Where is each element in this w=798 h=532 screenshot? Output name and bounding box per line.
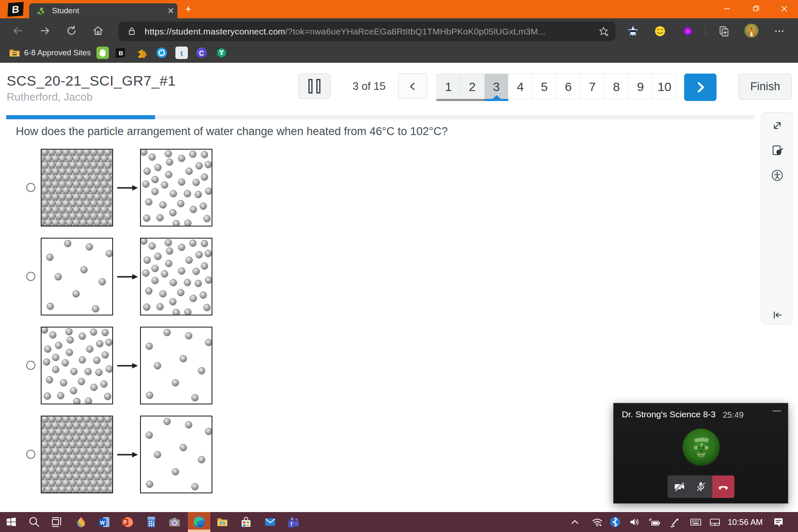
option-1-before-diagram[interactable]: [41, 149, 113, 227]
chevron-left-icon: [399, 74, 427, 99]
pagination-page-4[interactable]: 4: [508, 74, 532, 99]
new-tab-button[interactable]: +: [183, 4, 194, 15]
back-icon[interactable]: [11, 25, 24, 37]
option-1-arrow-icon: [115, 183, 139, 192]
pause-button[interactable]: [298, 74, 330, 99]
teams-call-window[interactable]: Dr. Strong's Science 8-3 25:49 —: [613, 403, 788, 503]
option-radio-4[interactable]: [26, 450, 35, 459]
pagination-page-5[interactable]: 5: [532, 74, 557, 99]
teams-av-controls: [667, 475, 712, 498]
taskbar-camera-icon[interactable]: [168, 515, 181, 529]
url-text[interactable]: https://student.masteryconnect.com/?tok=…: [145, 22, 545, 41]
taskbar-search-icon[interactable]: [27, 515, 41, 529]
accessibility-icon[interactable]: [771, 169, 783, 182]
taskbar-word-icon[interactable]: W: [98, 515, 111, 529]
browser-tab-student[interactable]: Student ✕: [29, 3, 177, 18]
bookmark-hand-icon[interactable]: [96, 47, 109, 59]
taskbar-teams-icon[interactable]: T: [286, 515, 300, 529]
svg-text:P: P: [123, 520, 127, 525]
taskbar-calculator-icon[interactable]: [145, 515, 158, 529]
option-3-before-diagram[interactable]: [41, 327, 113, 404]
tray-battery-icon[interactable]: [648, 516, 661, 528]
extension-smiley-icon[interactable]: [654, 25, 666, 37]
option-2-after-diagram[interactable]: [140, 238, 212, 315]
tray-keyboard-icon[interactable]: [690, 516, 702, 528]
quiz-page: SCS_20-21_SCI_GR7_#1 Rutherford, Jacob 3…: [0, 63, 798, 512]
pagination-page-6[interactable]: 6: [557, 74, 581, 99]
window-maximize-icon[interactable]: [750, 3, 762, 14]
taskbar-explorer-icon[interactable]: [216, 515, 229, 529]
bookmark-puzzle-icon[interactable]: [135, 47, 148, 59]
collapse-panel-icon[interactable]: [771, 309, 783, 321]
taskbar-paint3d-icon[interactable]: [74, 515, 88, 529]
pagination-page-8[interactable]: 8: [605, 74, 629, 99]
notification-center-icon[interactable]: [772, 516, 785, 528]
taskbar-store-icon[interactable]: [239, 515, 253, 529]
option-radio-2[interactable]: [26, 272, 35, 281]
taskbar-powerpoint-icon[interactable]: P: [121, 515, 134, 529]
progress-bar-fill: [6, 115, 155, 119]
settings-more-icon[interactable]: [773, 25, 786, 37]
forward-icon[interactable]: [39, 25, 52, 37]
teams-meeting-avatar: [682, 429, 720, 466]
bookmark-letter-c-icon[interactable]: C: [195, 47, 208, 59]
option-radio-1[interactable]: [26, 183, 35, 192]
bookmark-brainpop-icon[interactable]: B: [115, 47, 127, 59]
option-1-after-diagram[interactable]: [140, 149, 212, 227]
tray-touchpad-icon[interactable]: [709, 516, 721, 528]
tray-bluetooth-icon[interactable]: [609, 516, 621, 528]
tab-close-icon[interactable]: ✕: [166, 6, 175, 15]
bookmark-shield-icon[interactable]: [215, 47, 228, 59]
teams-minimize-icon[interactable]: —: [772, 406, 781, 415]
extension-star-badge-icon[interactable]: [627, 25, 639, 37]
extension-purple-diamond-icon[interactable]: [682, 25, 694, 37]
option-4-after-diagram[interactable]: [140, 416, 212, 493]
preview-magnifier-icon[interactable]: [771, 144, 783, 157]
option-4-before-diagram[interactable]: [41, 416, 113, 493]
pagination-page-7[interactable]: 7: [581, 74, 605, 99]
profile-avatar[interactable]: [744, 24, 759, 38]
svg-text:C: C: [199, 49, 204, 57]
taskbar-start-icon[interactable]: [5, 515, 18, 529]
expand-icon[interactable]: [771, 119, 783, 132]
browser-toolbar: https://student.masteryconnect.com/?tok=…: [0, 18, 798, 43]
bookmarks-folder-icon[interactable]: [8, 47, 21, 59]
taskbar-taskview-icon[interactable]: [50, 515, 63, 529]
refresh-icon[interactable]: [65, 25, 78, 37]
add-favorite-star-icon[interactable]: [598, 25, 609, 37]
home-icon[interactable]: [92, 25, 104, 37]
pagination-page-9[interactable]: 9: [628, 74, 653, 99]
pagination-page-2[interactable]: 2: [461, 74, 485, 99]
option-3-arrow-icon: [115, 361, 139, 370]
window-close-icon[interactable]: [778, 3, 791, 14]
camera-off-icon[interactable]: [674, 481, 685, 493]
collections-icon[interactable]: [717, 25, 730, 37]
previous-question-button[interactable]: [398, 74, 427, 99]
tray-wifi-icon[interactable]: [591, 516, 603, 528]
hangup-icon: [717, 481, 729, 493]
bookmarks-folder-label[interactable]: 6-8 Approved Sites: [24, 43, 91, 63]
taskbar-edge-icon[interactable]: [192, 515, 207, 530]
mic-off-icon[interactable]: [695, 481, 707, 493]
tray-chevron-up-icon[interactable]: [569, 516, 581, 528]
teams-call-timer: 25:49: [723, 410, 744, 420]
option-radio-3[interactable]: [26, 361, 35, 370]
tray-volume-icon[interactable]: [628, 516, 641, 528]
tab-title: Student: [52, 7, 79, 15]
teams-call-controls: [667, 475, 734, 498]
pagination-answered-underline: [436, 99, 485, 101]
tray-pen-icon[interactable]: [669, 516, 681, 528]
bookmark-swirl-icon[interactable]: [155, 47, 168, 59]
window-minimize-icon[interactable]: [721, 3, 733, 14]
option-3-after-diagram[interactable]: [140, 327, 212, 404]
pagination-page-1[interactable]: 1: [436, 74, 461, 99]
bookmark-letter-t-icon[interactable]: t: [175, 47, 188, 59]
next-question-button[interactable]: [684, 74, 717, 101]
option-2-before-diagram[interactable]: [41, 238, 113, 315]
taskbar-mail-icon[interactable]: [264, 515, 277, 529]
taskbar-clock[interactable]: 10:56 AM: [722, 512, 768, 532]
assessment-title: SCS_20-21_SCI_GR7_#1: [7, 73, 176, 89]
pagination-page-10[interactable]: 10: [653, 74, 677, 99]
teams-hangup-button[interactable]: [712, 475, 734, 498]
finish-button[interactable]: Finish: [739, 74, 792, 100]
